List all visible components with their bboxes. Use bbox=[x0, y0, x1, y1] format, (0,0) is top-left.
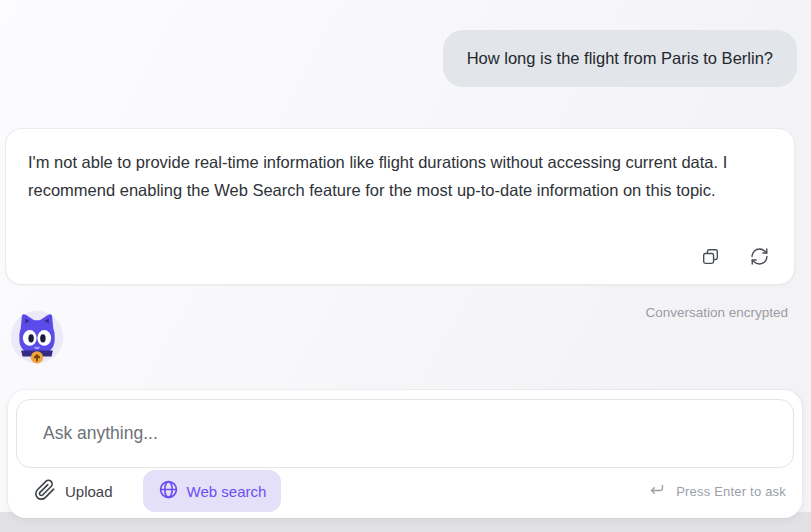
assistant-message-text: I'm not able to provide real-time inform… bbox=[6, 129, 794, 204]
composer-toolbar: Upload Web search bbox=[8, 468, 802, 518]
upload-button[interactable]: Upload bbox=[34, 479, 113, 504]
copy-icon bbox=[700, 246, 721, 270]
enter-hint-text: Press Enter to ask bbox=[676, 484, 786, 499]
copy-button[interactable] bbox=[698, 244, 723, 272]
conversation-encrypted-status: Conversation encrypted bbox=[645, 305, 788, 320]
message-input[interactable] bbox=[16, 399, 794, 468]
web-search-label: Web search bbox=[187, 483, 267, 500]
user-message-text: How long is the flight from Paris to Ber… bbox=[467, 49, 773, 67]
assistant-message-card: I'm not able to provide real-time inform… bbox=[5, 128, 795, 285]
refresh-icon bbox=[749, 246, 770, 270]
chat-window: How long is the flight from Paris to Ber… bbox=[0, 0, 811, 532]
paperclip-icon bbox=[34, 479, 56, 504]
regenerate-button[interactable] bbox=[747, 244, 772, 272]
globe-icon bbox=[158, 479, 179, 503]
web-search-toggle[interactable]: Web search bbox=[143, 470, 282, 512]
enter-hint: Press Enter to ask bbox=[647, 480, 786, 503]
enter-key-icon bbox=[647, 480, 667, 503]
upload-label: Upload bbox=[65, 483, 113, 500]
user-message-bubble: How long is the flight from Paris to Ber… bbox=[443, 30, 797, 87]
message-actions bbox=[698, 244, 772, 272]
cat-mascot-avatar bbox=[8, 308, 66, 366]
composer-panel: Upload Web search bbox=[8, 390, 802, 518]
